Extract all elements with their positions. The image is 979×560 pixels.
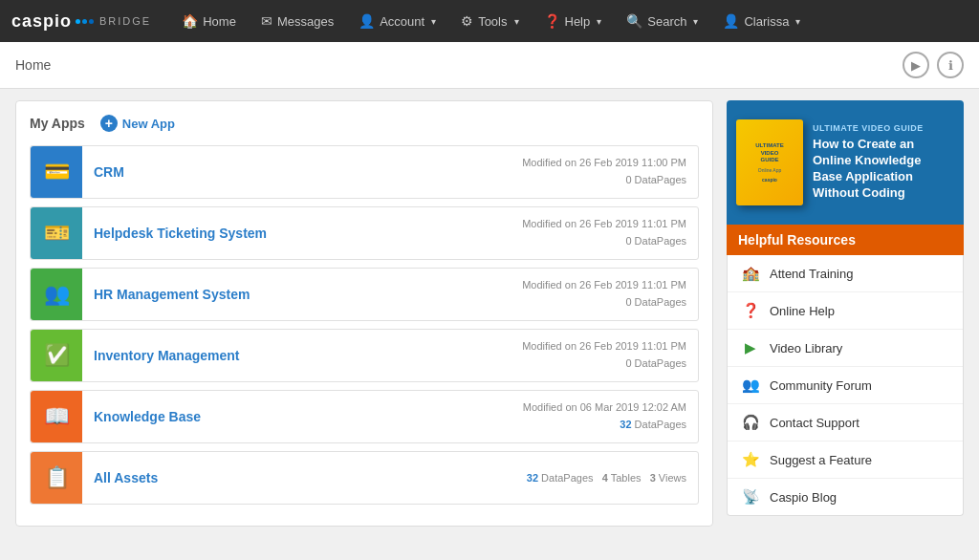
app-row-crm[interactable]: 💳 CRM Modified on 26 Feb 2019 11:00 PM 0…: [30, 145, 699, 199]
user-caret: ▾: [795, 16, 800, 27]
brand-dot-3: [89, 19, 94, 24]
resource-video[interactable]: ▶ Video Library: [728, 330, 963, 367]
app-meta-helpdesk: Modified on 26 Feb 2019 11:01 PM 0 DataP…: [522, 216, 698, 249]
app-info-hr: HR Management System: [82, 281, 522, 308]
resource-training-label: Attend Training: [770, 267, 853, 281]
app-icon-hr: 👥: [31, 269, 82, 320]
left-panel: My Apps + New App 💳 CRM Modified on 26 F…: [15, 100, 713, 527]
app-info-all-assets: All Assets: [82, 464, 527, 491]
app-icon-crm: 💳: [31, 146, 82, 198]
brand-subtitle: BRIDGE: [99, 15, 151, 27]
app-modified-knowledge: Modified on 06 Mar 2019 12:02 AM: [523, 399, 686, 417]
app-icon-helpdesk: 🎫: [31, 207, 82, 259]
tools-icon: ⚙: [461, 13, 473, 29]
app-name-knowledge: Knowledge Base: [94, 409, 511, 424]
nav-home[interactable]: 🏠 Home: [170, 8, 248, 34]
app-meta-hr: Modified on 26 Feb 2019 11:01 PM 0 DataP…: [522, 277, 698, 311]
resource-community-label: Community Forum: [770, 378, 872, 393]
resource-blog[interactable]: 📡 Caspio Blog: [728, 479, 963, 515]
brand-logo: caspio: [11, 11, 94, 32]
app-row-knowledge[interactable]: 📖 Knowledge Base Modified on 06 Mar 2019…: [30, 390, 699, 443]
resource-blog-label: Caspio Blog: [770, 490, 837, 505]
app-info-helpdesk: Helpdesk Ticketing System: [82, 220, 522, 247]
user-icon: 👤: [723, 13, 739, 29]
community-icon: 👥: [741, 376, 760, 395]
resource-feature-label: Suggest a Feature: [770, 453, 872, 467]
promo-book-sub: Online App: [758, 167, 781, 173]
help-icon: ❓: [544, 13, 560, 29]
promo-book-title: ULTIMATEVIDEOGUIDE: [755, 142, 783, 164]
play-button[interactable]: ▶: [903, 52, 929, 78]
nav-account[interactable]: 👤 Account ▾: [347, 8, 447, 34]
app-row-helpdesk[interactable]: 🎫 Helpdesk Ticketing System Modified on …: [30, 206, 699, 260]
promo-book-logo: caspio: [762, 177, 777, 183]
app-row-inner-knowledge: Knowledge Base Modified on 06 Mar 2019 1…: [82, 399, 698, 433]
training-icon: 🏫: [741, 264, 760, 283]
navbar: caspio BRIDGE 🏠 Home ✉ Messages 👤 Accoun…: [0, 0, 979, 42]
search-caret: ▾: [693, 16, 698, 27]
resources-header: Helpful Resources: [727, 225, 964, 255]
new-app-button[interactable]: + New App: [100, 115, 175, 132]
feature-icon: ⭐: [741, 450, 760, 469]
nav-search-label: Search: [647, 14, 686, 29]
breadcrumb-bar: Home ▶ ℹ: [0, 42, 979, 89]
nav-account-label: Account: [380, 14, 424, 29]
app-row-inner-helpdesk: Helpdesk Ticketing System Modified on 26…: [82, 216, 698, 249]
new-app-label: New App: [122, 117, 175, 131]
plus-icon: +: [100, 115, 118, 132]
app-row-inventory[interactable]: ✅ Inventory Management Modified on 26 Fe…: [30, 329, 699, 382]
breadcrumb: Home: [15, 57, 51, 73]
account-icon: 👤: [359, 13, 375, 29]
resource-video-label: Video Library: [770, 341, 842, 355]
resource-help[interactable]: ❓ Online Help: [728, 292, 963, 330]
brand-dot-1: [76, 19, 80, 24]
brand-dots: [76, 19, 94, 24]
nav-search[interactable]: 🔍 Search ▾: [615, 8, 709, 34]
messages-icon: ✉: [261, 13, 272, 29]
nav-user[interactable]: 👤 Clarissa ▾: [711, 8, 812, 34]
search-icon: 🔍: [626, 13, 642, 29]
resource-support[interactable]: 🎧 Contact Support: [728, 404, 963, 442]
promo-banner[interactable]: ULTIMATEVIDEOGUIDE Online App caspio ULT…: [727, 100, 964, 225]
app-name-all-assets: All Assets: [94, 470, 515, 485]
brand-dot-2: [82, 19, 87, 24]
app-row-inner-inventory: Inventory Management Modified on 26 Feb …: [82, 338, 698, 372]
app-row-inner-crm: CRM Modified on 26 Feb 2019 11:00 PM 0 D…: [82, 155, 698, 188]
app-row-all-assets[interactable]: 📋 All Assets 32 DataPages 4 Tables 3 Vie…: [30, 451, 699, 505]
app-datapages-helpdesk: 0 DataPages: [522, 233, 686, 250]
nav-messages[interactable]: ✉ Messages: [250, 8, 345, 34]
app-name-hr: HR Management System: [94, 287, 511, 302]
app-row-hr[interactable]: 👥 HR Management System Modified on 26 Fe…: [30, 268, 699, 321]
all-assets-meta: 32 DataPages 4 Tables 3 Views: [527, 472, 698, 484]
info-button[interactable]: ℹ: [937, 52, 964, 78]
right-panel: ULTIMATEVIDEOGUIDE Online App caspio ULT…: [727, 100, 964, 527]
app-icon-inventory: ✅: [31, 330, 82, 381]
main-content: My Apps + New App 💳 CRM Modified on 26 F…: [0, 89, 979, 538]
resource-community[interactable]: 👥 Community Forum: [728, 367, 963, 404]
promo-tag: ULTIMATE VIDEO GUIDE: [813, 123, 954, 133]
app-icon-knowledge: 📖: [31, 391, 82, 442]
video-icon: ▶: [741, 338, 760, 357]
promo-heading: How to Create an Online Knowledge Base A…: [813, 137, 954, 202]
breadcrumb-actions: ▶ ℹ: [903, 52, 964, 78]
tools-caret: ▾: [514, 16, 519, 27]
nav-help[interactable]: ❓ Help ▾: [533, 8, 614, 34]
resources-list: 🏫 Attend Training ❓ Online Help ▶ Video …: [727, 255, 964, 516]
app-name-helpdesk: Helpdesk Ticketing System: [94, 226, 511, 241]
app-name-crm: CRM: [94, 164, 511, 180]
resource-feature[interactable]: ⭐ Suggest a Feature: [728, 442, 963, 479]
nav-tools-label: Tools: [478, 14, 507, 29]
app-datapages-hr: 0 DataPages: [522, 294, 686, 312]
nav-home-label: Home: [203, 14, 236, 29]
promo-book: ULTIMATEVIDEOGUIDE Online App caspio: [736, 119, 803, 205]
nav-items: 🏠 Home ✉ Messages 👤 Account ▾ ⚙ Tools ▾ …: [170, 8, 968, 34]
app-row-inner-hr: HR Management System Modified on 26 Feb …: [82, 277, 698, 311]
home-icon: 🏠: [182, 13, 198, 29]
app-info-knowledge: Knowledge Base: [82, 403, 523, 430]
help-circle-icon: ❓: [741, 301, 760, 320]
app-datapages-knowledge: 32 DataPages: [523, 417, 686, 434]
app-modified-helpdesk: Modified on 26 Feb 2019 11:01 PM: [522, 216, 686, 233]
nav-tools[interactable]: ⚙ Tools ▾: [449, 8, 530, 34]
resource-training[interactable]: 🏫 Attend Training: [728, 255, 963, 292]
promo-text: ULTIMATE VIDEO GUIDE How to Create an On…: [813, 123, 954, 202]
